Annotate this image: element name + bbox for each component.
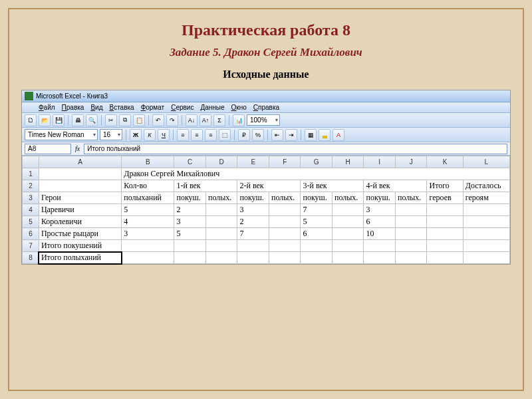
row-6[interactable]: 6 Простые рыцари 3 5 7 6 10 [23, 228, 510, 240]
col-header[interactable]: A [39, 156, 121, 168]
font-name-select[interactable]: Times New Roman [25, 129, 98, 140]
cell[interactable] [237, 240, 269, 252]
sort-asc-icon[interactable]: A↓ [186, 114, 198, 126]
font-size-select[interactable]: 16 [100, 129, 122, 140]
col-header[interactable]: E [237, 156, 269, 168]
cell[interactable]: 5 [174, 228, 206, 240]
cell[interactable] [269, 216, 301, 228]
cell[interactable]: Итого [427, 180, 463, 192]
align-right-icon[interactable]: ≡ [205, 129, 217, 141]
cell[interactable] [205, 252, 237, 264]
col-header[interactable]: I [364, 156, 396, 168]
col-header[interactable]: L [463, 156, 509, 168]
cell[interactable] [463, 228, 509, 240]
select-all-corner[interactable] [23, 156, 39, 168]
row-4[interactable]: 4 Царевичи 5 2 3 7 3 [23, 204, 510, 216]
cell[interactable] [174, 240, 206, 252]
cell[interactable] [269, 204, 301, 216]
font-color-icon[interactable]: A [332, 129, 344, 141]
cell[interactable] [463, 216, 509, 228]
row-1[interactable]: 1 Дракон Сергей Михайлович [23, 168, 510, 180]
cell[interactable] [463, 204, 509, 216]
cell[interactable]: 3 [122, 228, 174, 240]
cell[interactable] [427, 228, 463, 240]
cell[interactable]: полых. [395, 192, 427, 204]
cell[interactable]: покуш. [237, 192, 269, 204]
cell[interactable] [269, 228, 301, 240]
cell[interactable] [205, 240, 237, 252]
sum-icon[interactable]: Σ [213, 114, 225, 126]
col-header[interactable]: J [395, 156, 427, 168]
row-3[interactable]: 3 Герои полыханий покуш. полых. покуш. п… [23, 192, 510, 204]
cell[interactable] [332, 228, 364, 240]
cell[interactable] [174, 252, 206, 264]
row-header[interactable]: 8 [23, 252, 39, 264]
cell[interactable]: героям [463, 192, 509, 204]
cell[interactable]: 2 [237, 216, 269, 228]
fill-color-icon[interactable]: ▃ [319, 129, 331, 141]
cell[interactable]: покуш. [301, 192, 332, 204]
cell-table-title[interactable]: Дракон Сергей Михайлович [122, 168, 510, 180]
cell[interactable] [463, 252, 509, 264]
cell[interactable] [332, 240, 364, 252]
cell[interactable]: Герои [39, 192, 121, 204]
cell[interactable]: Досталось [463, 180, 509, 192]
menu-file[interactable]: Файл [39, 104, 55, 111]
cell[interactable]: Простые рыцари [39, 228, 121, 240]
indent-inc-icon[interactable]: ⇥ [285, 129, 297, 141]
cell[interactable]: 3 [237, 204, 269, 216]
row-8[interactable]: 8 Итого полыханий [23, 252, 510, 264]
row-header[interactable]: 1 [23, 168, 39, 180]
menu-tools[interactable]: Сервис [171, 104, 194, 111]
menu-view[interactable]: Вид [90, 104, 102, 111]
menu-insert[interactable]: Вставка [109, 104, 134, 111]
undo-icon[interactable]: ↶ [152, 114, 164, 126]
cell[interactable] [364, 252, 396, 264]
cell[interactable] [427, 240, 463, 252]
cell[interactable] [395, 240, 427, 252]
cell[interactable] [395, 228, 427, 240]
cell[interactable]: 3 [364, 204, 396, 216]
menu-data[interactable]: Данные [200, 104, 224, 111]
cell[interactable]: 4 [122, 216, 174, 228]
cell[interactable]: 2-й век [237, 180, 301, 192]
row-header[interactable]: 3 [23, 192, 39, 204]
cell[interactable] [39, 168, 121, 180]
cell[interactable]: 7 [237, 228, 269, 240]
cell[interactable]: Царевичи [39, 204, 121, 216]
col-header[interactable]: B [122, 156, 174, 168]
open-icon[interactable]: 📂 [39, 114, 51, 126]
row-header[interactable]: 6 [23, 228, 39, 240]
save-icon[interactable]: 💾 [53, 114, 65, 126]
cell[interactable] [395, 252, 427, 264]
cell[interactable]: 3-й век [301, 180, 364, 192]
cell[interactable]: 1-й век [174, 180, 237, 192]
align-center-icon[interactable]: ≡ [191, 129, 203, 141]
cell[interactable]: 6 [301, 228, 332, 240]
cell[interactable]: 10 [364, 228, 396, 240]
cell[interactable]: Королевичи [39, 216, 121, 228]
name-box[interactable]: A8 [25, 144, 71, 154]
preview-icon[interactable]: 🔍 [86, 114, 98, 126]
borders-icon[interactable]: ▦ [305, 129, 317, 141]
row-header[interactable]: 7 [23, 240, 39, 252]
cell[interactable]: 3 [174, 216, 206, 228]
new-icon[interactable]: 🗋 [25, 114, 37, 126]
percent-icon[interactable]: % [252, 129, 264, 141]
cell[interactable]: 2 [174, 204, 206, 216]
cell[interactable] [364, 240, 396, 252]
row-7[interactable]: 7 Итого покушений [23, 240, 510, 252]
cell[interactable]: полых. [332, 192, 364, 204]
cell[interactable] [205, 216, 237, 228]
redo-icon[interactable]: ↷ [166, 114, 178, 126]
row-5[interactable]: 5 Королевичи 4 3 2 5 6 [23, 216, 510, 228]
cell[interactable] [301, 240, 332, 252]
cell[interactable] [269, 240, 301, 252]
paste-icon[interactable]: 📋 [133, 114, 145, 126]
cell[interactable]: 5 [301, 216, 332, 228]
col-header[interactable]: C [174, 156, 206, 168]
indent-dec-icon[interactable]: ⇤ [271, 129, 283, 141]
zoom-select[interactable]: 100% [247, 114, 280, 126]
row-header[interactable]: 2 [23, 180, 39, 192]
row-2[interactable]: 2 Кол-во 1-й век 2-й век 3-й век 4-й век… [23, 180, 510, 192]
